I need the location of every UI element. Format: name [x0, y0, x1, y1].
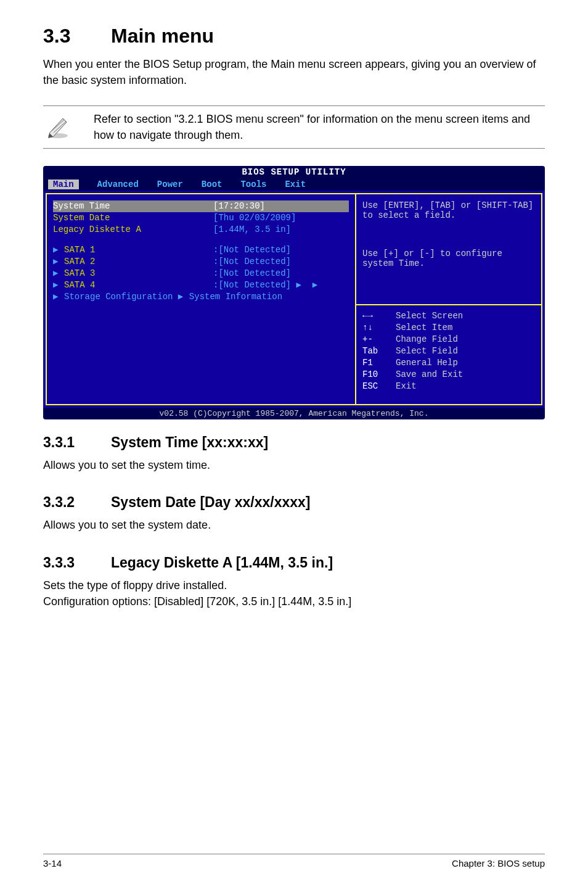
subsection-title: System Time [xx:xx:xx]: [111, 434, 268, 450]
bios-window-title: BIOS SETUP UTILITY: [43, 166, 545, 178]
bios-field-sata4[interactable]: ▶SATA 4:[Not Detected]: [53, 280, 291, 290]
intro-paragraph: When you enter the BIOS Setup program, t…: [43, 56, 545, 88]
bios-menu-tools[interactable]: Tools: [240, 179, 266, 189]
bios-key-row: F1General Help: [362, 357, 535, 369]
subsection-title: System Date [Day xx/xx/xxxx]: [111, 494, 310, 510]
section-heading: 3.3Main menu: [43, 25, 545, 47]
bios-help-text-1: Use [ENTER], [TAB] or [SHIFT-TAB] to sel…: [362, 200, 535, 237]
page-number: 3-14: [43, 858, 62, 868]
bios-submenu-sysinfo[interactable]: ▶System Information: [178, 292, 282, 302]
bios-key-row: TabSelect Field: [362, 345, 535, 357]
page-footer: 3-14 Chapter 3: BIOS setup: [43, 854, 545, 868]
bios-help-text-2: Use [+] or [-] to configure system Time.: [362, 249, 535, 273]
subsection-number: 3.3.2: [43, 494, 111, 511]
subsection-number: 3.3.3: [43, 555, 111, 571]
note-block: Refer to section "3.2.1 BIOS menu screen…: [43, 105, 545, 149]
bios-field-sata1[interactable]: ▶SATA 1:[Not Detected]: [53, 245, 291, 255]
bios-menu-boot[interactable]: Boot: [202, 179, 223, 189]
bios-key-row: ↑↓Select Item: [362, 322, 535, 334]
subsection-heading: 3.3.3Legacy Diskette A [1.44M, 3.5 in.]: [43, 555, 545, 571]
bios-main-panel: System Time[17:20:30] System Date[Thu 02…: [46, 193, 355, 405]
bios-field-sata2[interactable]: ▶SATA 2:[Not Detected]: [53, 257, 291, 266]
bios-menu-advanced[interactable]: Advanced: [97, 179, 139, 189]
bios-key-row: ←→Select Screen: [362, 310, 535, 322]
pencil-note-icon: [46, 111, 75, 142]
section-number: 3.3: [43, 25, 111, 47]
subsection-text: Allows you to set the system time.: [43, 457, 545, 473]
bios-key-row: +-Change Field: [362, 334, 535, 345]
bios-key-row: ESCExit: [362, 381, 535, 392]
bios-field-system-time[interactable]: System Time[17:20:30]: [53, 200, 349, 212]
subsection-heading: 3.3.1System Time [xx:xx:xx]: [43, 434, 545, 451]
bios-copyright-footer: v02.58 (C)Copyright 1985-2007, American …: [43, 408, 545, 419]
bios-menu-power[interactable]: Power: [157, 179, 183, 189]
bios-menubar: Main Advanced Power Boot Tools Exit: [43, 178, 545, 191]
subsection-text: Configuration options: [Disabled] [720K,…: [43, 593, 545, 609]
bios-menu-main[interactable]: Main: [48, 179, 79, 189]
note-text: Refer to section "3.2.1 BIOS menu screen…: [75, 111, 542, 143]
subsection-text: Sets the type of floppy drive installed.: [43, 577, 545, 593]
bios-key-row: F10Save and Exit: [362, 369, 535, 381]
section-title-text: Main menu: [111, 25, 214, 47]
bios-field-legacy-diskette[interactable]: Legacy Diskette A[1.44M, 3.5 in]: [53, 225, 291, 234]
bios-arrow-blank2: ▶: [312, 280, 324, 290]
bios-submenu-storage[interactable]: ▶Storage Configuration: [53, 292, 173, 302]
bios-help-panel: Use [ENTER], [TAB] or [SHIFT-TAB] to sel…: [355, 193, 542, 405]
bios-field-system-date[interactable]: System Date[Thu 02/03/2009]: [53, 213, 296, 223]
bios-field-sata3[interactable]: ▶SATA 3:[Not Detected]: [53, 268, 291, 278]
subsection-text: Allows you to set the system date.: [43, 517, 545, 533]
bios-help-divider: [356, 304, 541, 305]
bios-menu-exit[interactable]: Exit: [285, 179, 306, 189]
chapter-label: Chapter 3: BIOS setup: [452, 858, 545, 868]
subsection-title: Legacy Diskette A [1.44M, 3.5 in.]: [111, 555, 333, 571]
bios-screenshot: BIOS SETUP UTILITY Main Advanced Power B…: [43, 166, 545, 419]
subsection-heading: 3.3.2System Date [Day xx/xx/xxxx]: [43, 494, 545, 511]
bios-arrow-blank1: ▶: [296, 280, 307, 290]
subsection-number: 3.3.1: [43, 434, 111, 451]
